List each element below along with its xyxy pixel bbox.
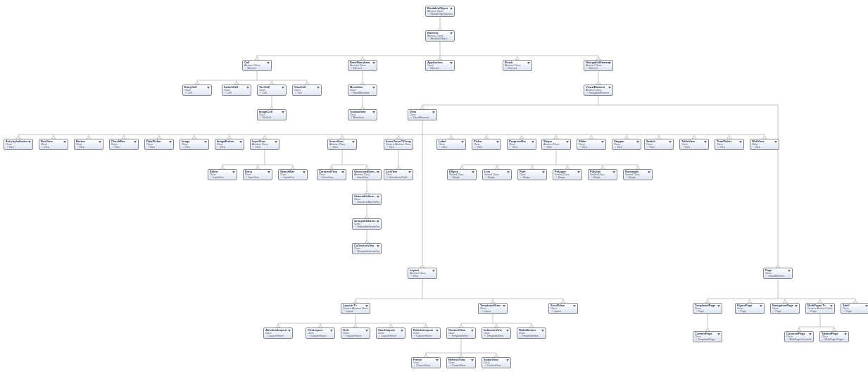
class-contentview[interactable]: ContentViewClass→ TemplatedView [446,328,476,339]
class-brush[interactable]: BrushAbstract Class→ Element [503,60,532,71]
class-contentpage[interactable]: ContentPageClass→ TemplatedPage [693,331,722,342]
class-carouselpage[interactable]: CarouselPageClass→ MultiPage<ContentPa..… [784,331,814,342]
class-checkbox[interactable]: CheckBoxClass→ View [109,139,139,150]
class-base: → View [543,146,569,149]
class-bindable[interactable]: BindableObjectAbstract Class→ INotifyPro… [425,6,455,17]
class-navpage[interactable]: NavigationPageClass→ Page [770,303,800,314]
class-base: → View [76,146,101,149]
class-polyline[interactable]: PolylineSealed Class→ Shape [588,169,617,180]
class-cell[interactable]: CellAbstract Class→ Element [242,60,272,71]
class-page[interactable]: PageClass→ VisualElement [763,268,793,279]
class-base: → Element [244,67,270,70]
class-textcell[interactable]: TextCellClass→ Cell [257,85,287,96]
class-collectionview[interactable]: CollectionViewClass→ GroupableItemsView [352,243,382,254]
class-base: → View [111,146,137,149]
class-base: → View [579,146,604,149]
class-picker[interactable]: PickerClass→ View [472,139,501,150]
class-progressbar[interactable]: ProgressBarClass→ View [507,139,536,150]
class-image[interactable]: ImageClass→ View [180,139,209,150]
class-refreshview[interactable]: RefreshViewClass→ ContentView [446,357,476,368]
class-base: → Layout [551,310,576,313]
class-base: → Element [505,67,530,70]
class-abslayout[interactable]: AbsoluteLayoutClass→ Layout<View> [263,328,293,339]
class-radiobutton[interactable]: RadioButtonClass→ TemplatedView [517,328,546,339]
class-button[interactable]: ButtonClass→ View [74,139,103,150]
class-swipeview[interactable]: SwipeViewClass→ ContentView [482,357,511,368]
class-stepper[interactable]: StepperClass→ View [612,139,641,150]
class-line[interactable]: LineSealed Class→ Shape [482,169,512,180]
class-flexlayout[interactable]: FlexLayoutClass→ Layout<View> [306,328,335,339]
class-base: → VisualElement [410,116,435,119]
class-base: → View [646,146,672,149]
class-templatedpage[interactable]: TemplatedPageClass→ Page [693,303,722,314]
class-base: → View [6,146,31,149]
class-base: → NavigableElement [586,92,611,94]
class-selectable[interactable]: SelectableItem...Class→ StructuredItemsV… [352,194,382,205]
class-slider[interactable]: SliderClass→ View [577,139,606,150]
class-shape[interactable]: ShapeAbstract Class→ View [541,139,571,150]
class-viewcell[interactable]: ViewCellClass→ Cell [292,85,322,96]
class-base: → InputView [210,176,235,179]
class-base: → StructuredItemsView [354,201,379,204]
class-toolbaritem[interactable]: ToolbarItemClass→ MenuItem [348,109,377,120]
class-base: → Layout<View> [413,335,439,337]
class-grid[interactable]: GridClass→ Layout<View> [341,328,370,339]
class-shell[interactable]: ShellClass→ Page [841,303,868,314]
class-indicatorview[interactable]: IndicatorViewClass→ TemplatedView [482,328,511,339]
class-application[interactable]: ApplicationClass→ Element [425,60,455,71]
class-webview[interactable]: WebViewClass→ View [750,139,779,150]
class-base: → GroupableItemsView [354,250,379,253]
class-itemsviewgen[interactable]: ItemsView<TVisu...Generic Abstract Class… [384,139,413,150]
class-groupable[interactable]: GroupableItems...Class→ SelectableItemsV… [352,218,382,230]
class-structured[interactable]: StructuredItem...Abstract Class→ ItemsVi… [352,169,382,180]
class-scrollview[interactable]: ScrollViewClass→ Layout [548,303,578,314]
class-listview[interactable]: ListViewClass→ ItemsView<Cell> [384,169,413,180]
class-multipage[interactable]: MultiPage<T>Generic Abstract Class→ Page [805,303,835,314]
class-base: → Page [772,310,798,313]
class-imagebutton[interactable]: ImageButtonClass→ View [215,139,244,150]
class-timepicker[interactable]: TimePickerClass→ View [715,139,744,150]
class-base: → View [509,146,534,149]
class-flyoutpage[interactable]: FlyoutPageClass→ Page [735,303,765,314]
class-templated[interactable]: TemplatedViewClass→ Layout [478,303,508,314]
class-boxview[interactable]: BoxViewClass→ View [39,139,68,150]
class-searchbar[interactable]: SearchBarClass→ InputView [278,169,308,180]
class-entry[interactable]: EntryClass→ InputView [243,169,272,180]
class-layoutt[interactable]: Layout<T>Generic Abstract Class→ Layout [341,303,370,314]
class-navigable[interactable]: NavigableElementAbstract Class→ Element [584,60,613,71]
class-layout[interactable]: LayoutAbstract Class→ View [408,268,437,279]
class-entrycell[interactable]: EntryCellClass→ Cell [182,85,212,96]
class-path[interactable]: PathClass→ Shape [517,169,547,180]
class-label[interactable]: LabelClass→ View [436,139,466,150]
class-relativelayout[interactable]: RelativeLayoutClass→ Layout<View> [411,328,441,339]
class-visualelement[interactable]: VisualElementAbstract Class→ NavigableEl… [584,85,613,96]
class-polygon[interactable]: PolygonSealed Class→ Shape [553,169,582,180]
class-base: → TemplatedView [484,335,509,337]
class-switchcell[interactable]: SwitchCellClass→ Cell [222,85,251,96]
class-activity[interactable]: ActivityIndicatorClass→ View [4,139,33,150]
class-switch[interactable]: SwitchClass→ View [644,139,674,150]
class-datepicker[interactable]: DatePickerClass→ View [144,139,174,150]
class-base: → BaseMenuItem [350,92,375,94]
class-element[interactable]: ElementAbstract Class→ BindableObject [425,30,455,42]
class-frame[interactable]: FrameClass→ ContentView [411,357,441,368]
class-editor[interactable]: EditorClass→ InputView [208,169,237,180]
class-menuitem[interactable]: MenuItemClass→ BaseMenuItem [348,85,377,96]
class-view[interactable]: ViewClass→ VisualElement [408,109,437,120]
class-imagecell[interactable]: ImageCellClass→ TextCell [257,109,287,120]
class-stacklayout[interactable]: StackLayoutClass→ Layout<View> [376,328,405,339]
class-rectangle[interactable]: RectangleSealed Class→ Shape [623,169,653,180]
class-tableview[interactable]: TableViewClass→ View [679,139,709,150]
class-base: → MenuItem [350,116,375,119]
class-base: → View [410,275,435,278]
class-inputview[interactable]: InputViewAbstract Class→ View [250,139,279,150]
class-base: → Shape [449,176,474,179]
class-ellipse[interactable]: EllipseSealed Class→ Shape [447,169,477,180]
class-tabbedpage[interactable]: TabbedPageClass→ MultiPage<Page> [819,331,849,342]
class-carouselview[interactable]: CarouselViewClass→ ItemsView [317,169,346,180]
class-basemenuitem[interactable]: BaseMenuItemAbstract Class→ Element [348,60,377,71]
class-itemsview[interactable]: ItemsViewAbstract Class→ View [327,139,357,150]
class-base: → View [329,146,355,149]
class-base: → Shape [625,176,650,179]
class-base: → Cell [294,92,320,94]
